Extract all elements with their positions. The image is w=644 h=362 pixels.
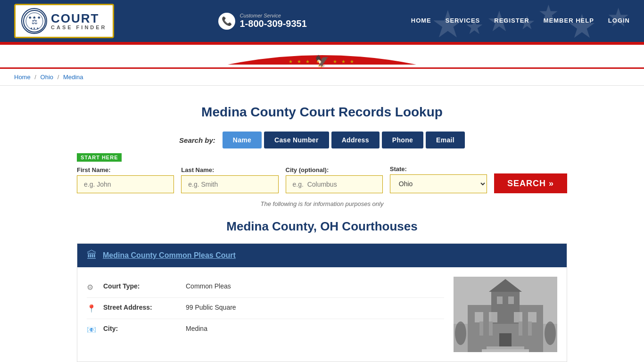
detail-row-address: 📍 Street Address: 99 Public Square: [87, 298, 444, 319]
svg-rect-10: [475, 312, 483, 322]
svg-rect-22: [508, 296, 514, 304]
svg-rect-12: [514, 312, 522, 322]
state-select[interactable]: Ohio Alabama Alaska Arizona: [390, 174, 487, 193]
disclaimer-text: The following is for information purpose…: [77, 200, 567, 207]
eagle-area: ★ ★ ★ 🦅 ★ ★ ★: [289, 55, 355, 68]
svg-rect-20: [482, 349, 529, 352]
building-svg: [454, 277, 557, 352]
court-details: ⚙ Court Type: Common Pleas 📍 Street Addr…: [87, 277, 444, 352]
last-name-input[interactable]: [181, 175, 278, 193]
first-name-group: First Name:: [77, 166, 174, 193]
nav-home[interactable]: HOME: [411, 15, 431, 27]
logo-box: ★ ★ ★ ⚖ ★ ★ ★ COURT CASE FINDER: [14, 4, 114, 38]
first-name-label: First Name:: [77, 166, 174, 173]
breadcrumb-medina[interactable]: Medina: [63, 74, 83, 81]
court-card: 🏛 Medina County Common Pleas Court ⚙ Cou…: [77, 243, 567, 362]
breadcrumb-ohio[interactable]: Ohio: [41, 74, 53, 81]
city-detail-value: Medina: [186, 325, 207, 332]
court-building-image: [454, 277, 557, 352]
svg-text:★ ★ ★: ★ ★ ★: [30, 27, 38, 30]
logo-court-label: COURT: [51, 12, 107, 25]
logo-seal: ★ ★ ★ ⚖ ★ ★ ★: [21, 8, 47, 34]
svg-rect-17: [519, 321, 522, 336]
svg-rect-19: [487, 346, 524, 349]
first-name-input[interactable]: [77, 175, 174, 193]
tab-email[interactable]: Email: [426, 132, 465, 148]
svg-rect-16: [489, 321, 493, 336]
customer-service: 📞 Customer Service 1-800-309-9351: [218, 13, 307, 30]
start-here-badge: START HERE: [77, 153, 122, 162]
location-icon: 📍: [87, 304, 96, 313]
search-form: First Name: Last Name: City (optional): …: [77, 165, 567, 193]
site-header: ★ ★ ★ ⚖ ★ ★ ★ COURT CASE FINDER 📞 Custom…: [0, 0, 644, 69]
logo-sub-label: CASE FINDER: [51, 25, 107, 30]
page-title: Medina County Court Records Lookup: [77, 105, 567, 120]
svg-rect-18: [528, 321, 532, 336]
state-label: State:: [390, 165, 487, 173]
tab-address[interactable]: Address: [331, 132, 380, 148]
logo-text: COURT CASE FINDER: [51, 12, 107, 30]
gavel-icon: ⚙: [87, 283, 96, 292]
detail-row-type: ⚙ Court Type: Common Pleas: [87, 277, 444, 298]
cs-text: Customer Service 1-800-309-9351: [240, 13, 307, 29]
svg-point-24: [545, 321, 556, 345]
nav-register[interactable]: REGISTER: [494, 15, 529, 27]
court-card-header: 🏛 Medina County Common Pleas Court: [77, 244, 567, 267]
street-address-value: 99 Public Square: [186, 304, 236, 311]
main-nav: HOME SERVICES REGISTER MEMBER HELP LOGIN: [411, 15, 630, 27]
svg-text:⚖: ⚖: [31, 18, 37, 25]
city-input[interactable]: [286, 175, 383, 193]
search-by-row: Search by: Name Case Number Address Phon…: [77, 132, 567, 148]
svg-rect-21: [497, 296, 503, 304]
breadcrumb-sep-2: /: [58, 74, 61, 81]
phone-icon: 📞: [218, 13, 235, 30]
search-button[interactable]: SEARCH »: [494, 173, 567, 193]
breadcrumb: Home / Ohio / Medina: [0, 69, 644, 86]
nav-services[interactable]: SERVICES: [446, 15, 480, 27]
eagle-stars-left: ★ ★ ★: [289, 59, 311, 64]
last-name-group: Last Name:: [181, 166, 278, 193]
city-group: City (optional):: [286, 166, 383, 193]
cs-label: Customer Service: [240, 13, 307, 18]
svg-rect-15: [479, 321, 483, 336]
street-address-label: Street Address:: [103, 304, 179, 311]
courthouses-title: Medina County, OH Courthouses: [77, 219, 567, 234]
svg-rect-11: [489, 312, 497, 322]
svg-rect-13: [528, 312, 537, 322]
eagle-stars-right: ★ ★ ★: [333, 59, 355, 64]
city-icon: 📧: [87, 325, 96, 334]
tab-phone[interactable]: Phone: [382, 132, 423, 148]
courthouse-icon: 🏛: [87, 249, 97, 262]
city-detail-label: City:: [103, 325, 179, 332]
nav-login[interactable]: LOGIN: [608, 15, 630, 27]
breadcrumb-home[interactable]: Home: [14, 74, 31, 81]
tab-name[interactable]: Name: [223, 132, 262, 148]
search-by-label: Search by:: [179, 136, 215, 144]
main-content: Medina County Court Records Lookup Searc…: [63, 86, 581, 362]
court-type-value: Common Pleas: [186, 282, 231, 290]
city-label: City (optional):: [286, 166, 383, 173]
detail-row-city: 📧 City: Medina: [87, 319, 444, 340]
court-type-label: Court Type:: [103, 282, 179, 290]
svg-point-23: [455, 321, 466, 345]
state-group: State: Ohio Alabama Alaska Arizona: [390, 165, 487, 193]
cs-phone: 1-800-309-9351: [240, 18, 307, 29]
tab-case-number[interactable]: Case Number: [264, 132, 329, 148]
breadcrumb-sep-1: /: [34, 74, 38, 81]
logo-area: ★ ★ ★ ⚖ ★ ★ ★ COURT CASE FINDER: [14, 4, 114, 38]
nav-member-help[interactable]: MEMBER HELP: [544, 15, 594, 27]
eagle-strip: ★ ★ ★ 🦅 ★ ★ ★: [0, 45, 644, 69]
court-card-body: ⚙ Court Type: Common Pleas 📍 Street Addr…: [77, 267, 567, 362]
last-name-label: Last Name:: [181, 166, 278, 173]
eagle-icon: 🦅: [315, 55, 329, 68]
court-name-link[interactable]: Medina County Common Pleas Court: [103, 251, 236, 260]
